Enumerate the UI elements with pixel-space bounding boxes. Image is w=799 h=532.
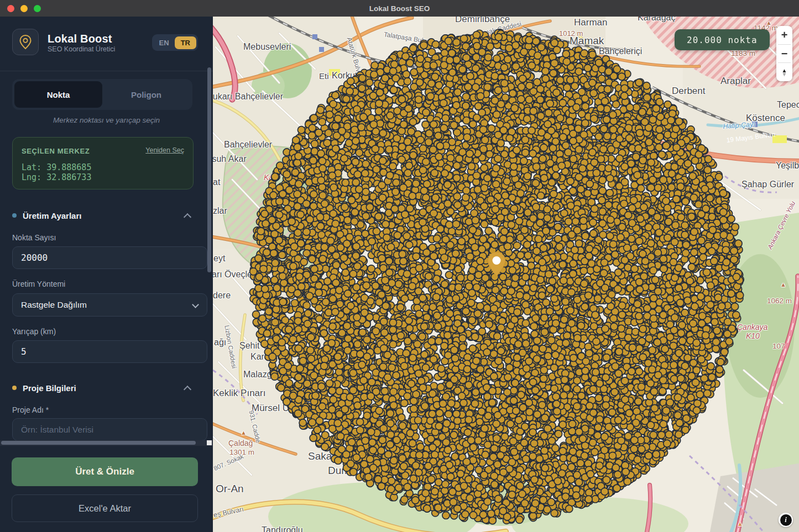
- chevron-down-icon: [193, 302, 199, 308]
- tab-point[interactable]: Nokta: [14, 81, 102, 108]
- export-excel-button[interactable]: Excel'e Aktar: [12, 494, 198, 522]
- points-canvas: [213, 17, 799, 532]
- title-bar: Lokal Boost SEO: [0, 0, 799, 17]
- mode-hint-text: Merkez noktası ve yarıçap seçin: [0, 116, 213, 124]
- tab-polygon[interactable]: Poligon: [102, 81, 190, 108]
- selected-center-title: SEÇİLEN MERKEZ: [22, 147, 90, 155]
- section-title: Üretim Ayarları: [23, 211, 185, 220]
- mode-tabs: Nokta Poligon: [12, 79, 192, 110]
- horizontal-scrollbar[interactable]: [0, 440, 213, 446]
- section-title: Proje Bilgileri: [23, 383, 185, 393]
- project-name-label: Proje Adı *: [12, 405, 49, 414]
- location-pin-icon: [18, 34, 33, 50]
- method-label: Üretim Yöntemi: [12, 280, 65, 288]
- divider: [0, 71, 213, 71]
- info-icon: i: [780, 514, 792, 526]
- triangle-down-icon: ▼: [782, 72, 787, 76]
- compass-reset-button[interactable]: ▲ ▼: [776, 63, 792, 81]
- chevron-up-icon: [185, 385, 190, 391]
- chevron-up-icon: [185, 213, 190, 218]
- point-count-badge: 20.000 nokta: [675, 29, 770, 50]
- radius-label: Yarıçap (km): [12, 327, 56, 336]
- map-zoom-control: + − ▲ ▼: [776, 26, 792, 81]
- app-window: Lokal Boost SEO Lokal Boost SEO Koordina…: [0, 0, 799, 532]
- section-bullet-icon: [12, 213, 17, 218]
- vertical-scrollbar-thumb[interactable]: [207, 67, 211, 272]
- point-count-label: Nokta Sayısı: [12, 233, 56, 242]
- language-en-button[interactable]: EN: [154, 36, 175, 49]
- app-logo: [12, 29, 39, 55]
- section-bullet-icon: [12, 386, 17, 390]
- generate-preview-button[interactable]: Üret & Önizle: [12, 457, 198, 486]
- horizontal-scrollbar-thumb[interactable]: [1, 441, 196, 445]
- project-name-input[interactable]: [12, 418, 207, 441]
- attribution-info-button[interactable]: i: [779, 513, 793, 527]
- longitude-value: Lng: 32.886733: [22, 172, 184, 182]
- sidebar-header: Lokal Boost SEO Koordinat Üretici EN TR: [0, 17, 213, 71]
- zoom-in-button[interactable]: +: [776, 26, 792, 44]
- map-canvas[interactable]: MebusevleriEtiBahçelievlerYukarı Bahçeli…: [213, 17, 799, 532]
- close-window-button[interactable]: [7, 5, 14, 12]
- minimize-window-button[interactable]: [20, 5, 28, 12]
- zoom-out-button[interactable]: −: [776, 45, 792, 63]
- point-count-input[interactable]: [12, 246, 207, 269]
- section-generation-settings[interactable]: Üretim Ayarları: [12, 210, 195, 220]
- section-project-info[interactable]: Proje Bilgileri: [12, 383, 195, 393]
- app-title: Lokal Boost: [48, 33, 112, 45]
- method-selected-value: Rastgele Dağılım: [21, 300, 87, 310]
- language-tr-button[interactable]: TR: [175, 36, 196, 49]
- maximize-window-button[interactable]: [34, 5, 41, 12]
- selected-center-card: SEÇİLEN MERKEZ Yeniden Seç Lat: 39.88868…: [12, 137, 194, 189]
- method-select[interactable]: Rastgele Dağılım: [12, 293, 207, 317]
- reselect-link[interactable]: Yeniden Seç: [145, 146, 184, 154]
- radius-input[interactable]: [12, 340, 207, 363]
- center-marker-pin[interactable]: [487, 251, 506, 277]
- scrollbar-corner: [207, 440, 212, 445]
- window-title: Lokal Boost SEO: [0, 4, 799, 13]
- latitude-value: Lat: 39.888685: [22, 162, 184, 172]
- language-toggle[interactable]: EN TR: [152, 34, 198, 51]
- app-subtitle: SEO Koordinat Üretici: [48, 45, 115, 53]
- sidebar: Lokal Boost SEO Koordinat Üretici EN TR …: [0, 17, 213, 532]
